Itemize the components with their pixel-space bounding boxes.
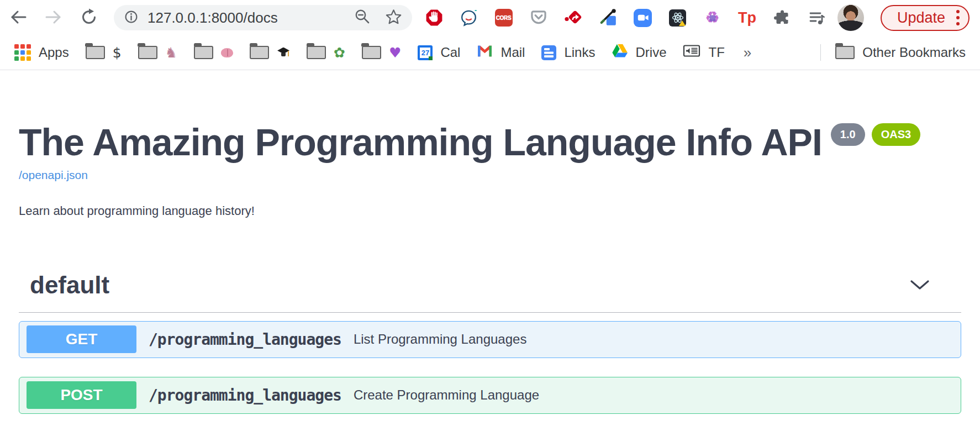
bookmark-folder-carousel-horse[interactable]: ♞ [138,46,177,60]
operation-summary: List Programming Languages [354,332,527,347]
version-badge: 1.0 [831,123,865,146]
folder-icon [86,46,105,59]
mail-label: Mail [500,45,525,60]
update-label: Update [897,9,945,27]
adblock-extension-icon[interactable] [417,5,451,30]
cors-label: CORS [495,9,513,27]
folder-icon [250,46,269,59]
folder-icon [362,46,381,59]
video-camera-icon [634,9,652,27]
cors-extension-icon[interactable]: CORS [486,5,521,30]
forward-button[interactable] [44,8,63,27]
bookmark-tf[interactable]: TF [683,43,724,62]
folder-icon [835,46,855,59]
playlist-music-extension-icon[interactable] [799,5,834,30]
browser-menu-kebab-icon[interactable] [956,10,960,25]
swagger-docs-page: The Amazing Programming Language Info AP… [0,121,980,414]
operation-summary: Create Programming Language [354,387,539,403]
tp-label: Tp [738,9,756,27]
bookmarks-divider [820,44,821,61]
site-info-icon[interactable] [124,9,139,27]
purple-heart-emoji: ♥ [389,46,401,60]
tf-label: TF [708,45,724,60]
page-title: The Amazing Programming Language Info AP… [19,121,822,163]
browser-toolbar: 127.0.0.1:8000/docs CORS [0,0,980,35]
bookmark-folder-purple-heart[interactable]: ♥ [362,46,401,60]
zoom-extension-icon[interactable] [625,5,660,30]
carousel-horse-emoji: ♞ [165,46,177,60]
bookmarks-overflow-chevron[interactable]: » [741,44,754,61]
url-text: 127.0.0.1:8000/docs [147,9,354,27]
api-description: Learn about programming language history… [19,204,957,218]
address-bar[interactable]: 127.0.0.1:8000/docs [114,5,412,30]
bookmark-mail[interactable]: Mail [477,44,525,61]
get-method-button[interactable]: GET [27,325,136,353]
zoom-out-icon[interactable] [354,8,371,27]
back-button[interactable] [9,8,28,27]
folder-icon [194,46,213,59]
operation-row-post[interactable]: POST /programming_languages Create Progr… [19,377,961,414]
bookmark-apps[interactable]: Apps [14,44,69,61]
other-bookmarks-label: Other Bookmarks [862,45,966,60]
apps-label: Apps [39,45,69,60]
bookmark-drive[interactable]: Drive [612,44,666,61]
pocket-extension-icon[interactable] [521,5,556,30]
reload-button[interactable] [80,8,98,27]
drive-label: Drive [635,45,666,60]
forward-arrow-icon [45,8,62,28]
chat-bubble-extension-icon[interactable] [451,5,486,30]
brain-emoji [221,48,233,57]
bookmark-folder-graduation[interactable] [250,46,290,59]
extensions-puzzle-icon[interactable] [765,5,799,30]
bookmark-folder-herb[interactable]: ✿ [307,46,345,60]
react-atom-icon [669,9,686,27]
color-picker-extension-icon[interactable] [591,5,625,30]
bookmark-folder-dollar[interactable]: $ [86,46,122,60]
bookmark-links[interactable]: Links [541,45,595,60]
gmail-icon [477,44,493,61]
other-bookmarks[interactable]: Other Bookmarks [835,45,966,60]
default-tag-section: default GET /programming_languages List … [19,271,961,414]
google-calendar-icon: 27 [418,45,433,60]
warning-triangle-icon [679,20,686,26]
links-doc-icon [541,45,556,60]
operation-row-get[interactable]: GET /programming_languages List Programm… [19,321,961,358]
operation-path: /programming_languages [149,330,341,349]
tf-announcement-favicon [683,43,700,62]
recycle-extension-icon[interactable]: ♻ [695,5,730,30]
apps-grid-icon [14,44,31,61]
calendar-day: 27 [420,48,430,58]
extensions-row: CORS ♻ Tp [417,5,834,30]
herb-emoji: ✿ [334,46,345,60]
dollar-emoji: $ [113,46,122,60]
react-devtools-extension-icon[interactable] [660,5,695,30]
tag-title: default [30,271,109,299]
profile-avatar[interactable] [837,4,864,31]
folder-icon [307,46,326,59]
red-share-arrow-extension-icon[interactable] [556,5,591,30]
oas3-badge: OAS3 [872,123,920,146]
default-section-header[interactable]: default [19,271,961,313]
openapi-spec-link[interactable]: /openapi.json [19,169,88,182]
tp-extension-icon[interactable]: Tp [730,5,765,30]
links-label: Links [564,45,595,60]
bookmarks-bar: Apps $ ♞ ✿ ♥ 27 Cal Mail [0,35,980,70]
bookmark-star-icon[interactable] [385,8,402,28]
google-drive-icon [612,44,628,61]
post-method-button[interactable]: POST [27,381,136,409]
reload-icon [80,8,98,28]
bookmark-calendar[interactable]: 27 Cal [418,45,460,60]
calendar-label: Cal [440,45,460,60]
collapse-chevron-icon[interactable] [910,280,930,291]
chrome-update-button[interactable]: Update [881,5,970,31]
folder-icon [138,46,157,59]
graduation-cap-emoji [277,48,290,58]
operation-path: /programming_languages [149,386,341,404]
back-arrow-icon [9,8,27,28]
bookmark-folder-brain[interactable] [194,46,233,59]
recycle-core-square [709,15,715,21]
